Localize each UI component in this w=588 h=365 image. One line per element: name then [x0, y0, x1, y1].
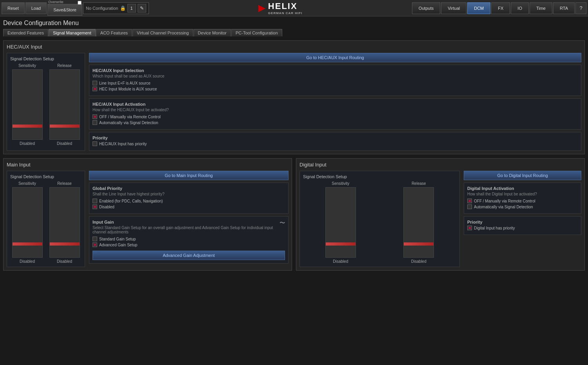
digital-priority-option1-checkbox[interactable]: ✕ [467, 226, 472, 230]
tab-signal-management[interactable]: Signal Management [49, 29, 96, 36]
fx-button[interactable]: FX [491, 2, 510, 14]
main-sensitivity-track[interactable] [12, 187, 43, 258]
hec-input-option1-row: Line Input E+F is AUX source [93, 81, 578, 85]
main-release-disabled: Disabled [57, 259, 72, 264]
main-release-track[interactable] [49, 187, 80, 258]
virtual-button[interactable]: Virtual [441, 2, 466, 14]
main-priority-option2-label: Disabled [99, 205, 114, 209]
digital-release-track[interactable] [403, 187, 434, 258]
hec-priority-panel: Priority HEC/AUX Input has priority [89, 132, 581, 151]
main-release-col: Release Disabled [47, 181, 82, 264]
hec-sensitivity-track[interactable] [12, 69, 43, 140]
digital-sensitivity-bar [326, 242, 356, 246]
hec-input-activation-panel: HEC/AUX Input Activation How shall the H… [89, 98, 581, 130]
main-sensitivity-col: Sensitivity Disabled [10, 181, 44, 264]
digital-go-button[interactable]: Go to Digital Input Routing [464, 171, 581, 180]
io-button[interactable]: IO [511, 2, 529, 14]
hec-release-track[interactable] [49, 69, 80, 140]
main-release-label: Release [57, 181, 72, 186]
main-gain-option2-checkbox[interactable]: ✕ [93, 242, 97, 247]
digital-priority-panel: Priority ✕ Digital Input has priority [464, 216, 581, 235]
config-num: 1 [127, 4, 136, 13]
main-input-section: Main Input Signal Detection Setup Sensit… [3, 158, 292, 271]
tab-pc-tool-configuration[interactable]: PC-Tool Configuration [231, 29, 282, 36]
digital-activation-option2-label: Automatically via Signal Detection [474, 205, 533, 209]
save-store-button[interactable]: Save&Store [47, 4, 82, 16]
digital-release-label: Release [412, 181, 426, 186]
hec-activation-option2-row: Automatically via Signal Detection [93, 120, 578, 125]
wave-icon: 〜 [279, 220, 285, 227]
brand-logo: ▶ HELIX GERMAN CAR HIFI [258, 1, 302, 15]
hec-priority-option1-checkbox[interactable] [93, 141, 97, 146]
tab-virtual-channel-processing[interactable]: Virtual Channel Processing [132, 29, 193, 36]
main-priority-option1-checkbox[interactable] [93, 199, 97, 203]
load-button[interactable]: Load [25, 2, 47, 14]
digital-activation-option1-row: ✕ OFF / Manually via Remote Control [467, 199, 578, 203]
main-signal-detection-box: Signal Detection Setup Sensitivity Disab… [7, 171, 85, 267]
hec-sensitivity-label: Sensitivity [18, 63, 36, 68]
hec-input-activation-desc: How shall the HEC/AUX Input be activated… [93, 108, 578, 112]
digital-activation-option2-checkbox[interactable] [467, 204, 472, 209]
hec-signal-detection-box: Signal Detection Setup Sensitivity Disab… [7, 53, 85, 151]
overwrite-checkbox[interactable] [78, 1, 82, 5]
digital-sliders-row: Sensitivity Disabled Release [303, 181, 456, 264]
hec-input-option1-checkbox[interactable] [93, 81, 97, 85]
config-edit-button[interactable]: ✎ [138, 4, 146, 13]
digital-sensitivity-col: Sensitivity Disabled [303, 181, 378, 264]
hec-activation-option1-row: ✕ OFF / Manually via Remote Control [93, 114, 578, 119]
digital-signal-detection-title: Signal Detection Setup [303, 174, 456, 179]
save-store-wrap: Overwrite Save&Store [47, 1, 82, 16]
main-input-left: Signal Detection Setup Sensitivity Disab… [7, 171, 85, 267]
hec-release-bar [50, 125, 80, 128]
digital-input-title: Digital Input [299, 162, 581, 168]
hec-right: Go to HEC/AUX Input Routing HEC/AUX Inpu… [89, 53, 581, 151]
digital-activation-option1-checkbox[interactable]: ✕ [467, 199, 472, 203]
hec-go-button[interactable]: Go to HEC/AUX Input Routing [89, 53, 581, 62]
rta-button[interactable]: RTA [553, 2, 575, 14]
tab-device-monitor[interactable]: Device Monitor [194, 29, 231, 36]
hec-activation-option1-label: OFF / Manually via Remote Control [99, 115, 161, 119]
main-input-layout: Signal Detection Setup Sensitivity Disab… [7, 171, 289, 267]
dcm-button[interactable]: DCM [467, 2, 490, 14]
hec-release-col: Release Disabled [47, 63, 82, 146]
logo-subtitle: GERMAN CAR HIFI [268, 11, 302, 15]
logo-icon: ▶ [258, 3, 266, 13]
main-global-priority-panel: Global Priority Shall the Line Input hav… [89, 182, 289, 214]
config-area: No Configuration 🔒 1 ✎ [83, 2, 149, 14]
digital-sensitivity-track[interactable] [325, 187, 356, 258]
digital-sensitivity-disabled: Disabled [333, 259, 348, 264]
main-sensitivity-label: Sensitivity [18, 181, 36, 186]
main-input-gain-panel: Input Gain 〜 Select Standard Gain Setup … [89, 216, 289, 264]
logo-name: HELIX [268, 1, 302, 11]
digital-signal-detection-box: Signal Detection Setup Sensitivity Disab… [299, 171, 460, 267]
top-nav: Reset Load Overwrite Save&Store No Confi… [0, 0, 588, 16]
tab-aco-features[interactable]: ACO Features [96, 29, 132, 36]
hec-activation-option1-checkbox[interactable]: ✕ [93, 114, 97, 119]
hec-priority-option1-row: HEC/AUX Input has priority [93, 141, 578, 146]
main-input-gain-title: Input Gain 〜 [93, 220, 285, 224]
tab-extended-features[interactable]: Extended Features [3, 29, 48, 36]
main-priority-option2-row: ✕ Disabled [93, 204, 285, 209]
digital-activation-option2-row: Automatically via Signal Detection [467, 204, 578, 209]
main-priority-option2-checkbox[interactable]: ✕ [93, 204, 97, 209]
main-global-priority-desc: Shall the Line Input have highest priori… [93, 192, 285, 196]
advanced-gain-button[interactable]: Advanced Gain Adjustment [93, 251, 285, 260]
hec-input-option2-checkbox[interactable]: ✕ [93, 87, 97, 91]
time-button[interactable]: Time [530, 2, 552, 14]
main-go-button[interactable]: Go to Main Input Routing [89, 171, 289, 180]
reset-button[interactable]: Reset [2, 2, 25, 14]
main-sliders-row: Sensitivity Disabled Release [10, 181, 82, 264]
hec-input-option2-row: ✕ HEC Input Module is AUX source [93, 87, 578, 91]
digital-release-disabled: Disabled [411, 259, 426, 264]
digital-priority-title: Priority [467, 220, 578, 224]
hec-aux-section: HEC/AUX Input Signal Detection Setup Sen… [3, 40, 585, 154]
outputs-button[interactable]: Outputs [412, 2, 441, 14]
digital-activation-title: Digital Input Activation [467, 186, 578, 191]
hec-signal-detection-title: Signal Detection Setup [10, 56, 82, 61]
main-gain-option1-checkbox[interactable] [93, 237, 97, 241]
hec-activation-option2-checkbox[interactable] [93, 120, 97, 125]
main-gain-option2-label: Advanced Gain Setup [99, 243, 137, 247]
main-priority-option1-row: Enabled (for PDC, Calls, Navigation) [93, 199, 285, 203]
help-button[interactable]: ? [575, 2, 586, 14]
digital-input-left: Signal Detection Setup Sensitivity Disab… [299, 171, 460, 267]
